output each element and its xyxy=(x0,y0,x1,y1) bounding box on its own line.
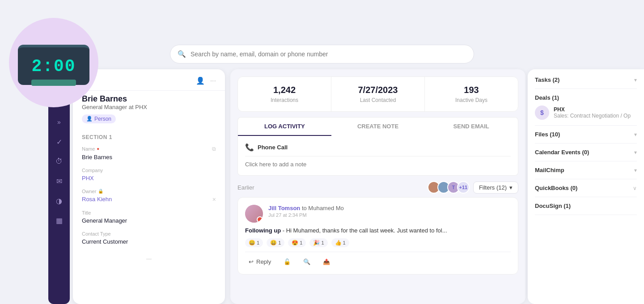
field-company-label: Company xyxy=(82,168,103,173)
more-icon[interactable]: ··· xyxy=(210,77,216,85)
sidebar-item-person[interactable]: 👤 xyxy=(51,75,67,91)
mailchimp-header[interactable]: MailChimp ▾ xyxy=(535,167,637,173)
sidebar-item-chart[interactable]: ◑ xyxy=(51,193,67,209)
stat-inactive-days-value: 193 xyxy=(432,85,511,95)
main-content: 1,242 Interactions 7/27/2023 Last Contac… xyxy=(230,69,525,304)
reaction-grin[interactable]: 😄 1 xyxy=(267,238,284,247)
tasks-header[interactable]: Tasks (2) ▾ xyxy=(535,76,637,83)
deal-card: $ PHX Sales: Contract Negotiation / Op xyxy=(535,106,637,120)
stat-interactions: 1,242 Interactions xyxy=(238,77,331,111)
reply-button[interactable]: ↩ Reply xyxy=(245,257,275,267)
share-icon: 📤 xyxy=(323,258,330,265)
reaction-party[interactable]: 🎉 1 xyxy=(309,238,327,247)
stat-interactions-label: Interactions xyxy=(245,97,324,103)
field-title-value: General Manager xyxy=(82,217,216,224)
calendar-title: Calendar Events (0) xyxy=(535,149,589,156)
tab-send-email[interactable]: SEND EMAIL xyxy=(424,118,518,136)
mailchimp-title: MailChimp xyxy=(535,167,564,173)
contact-header: st 👤 ··· xyxy=(73,69,225,91)
required-indicator: ● xyxy=(97,146,99,151)
email-from: Jill Tomson to Muhamed Mo xyxy=(268,205,511,211)
person-icon[interactable]: 👤 xyxy=(196,76,205,85)
emoji-smile: 😀 xyxy=(249,240,255,246)
right-section-calendar: Calendar Events (0) ▾ xyxy=(535,144,637,161)
collapse-btn[interactable]: — xyxy=(82,252,216,266)
docusign-title: DocuSign (1) xyxy=(535,203,571,209)
filters-btn[interactable]: Filters (12) ▾ xyxy=(473,182,518,194)
share-button[interactable]: 📤 xyxy=(319,257,334,267)
reply-label: Reply xyxy=(256,258,271,265)
files-header[interactable]: Files (10) ▾ xyxy=(535,131,637,138)
stat-interactions-value: 1,242 xyxy=(245,85,324,95)
deal-stage: Sales: Contract Negotiation / Op xyxy=(554,113,631,119)
tasks-arrow: ▾ xyxy=(634,77,637,83)
quickbooks-header[interactable]: QuickBooks (0) ∨ xyxy=(535,185,637,191)
lock-icon: 🔒 xyxy=(98,189,103,194)
field-title-label: Title xyxy=(82,210,91,215)
tab-log-activity[interactable]: LOG ACTIVITY xyxy=(238,118,331,136)
search-input[interactable] xyxy=(191,51,466,58)
field-name-value: Brie Barnes xyxy=(82,154,216,160)
field-company-group: Company PHX xyxy=(82,168,216,182)
field-title-group: Title General Manager xyxy=(82,210,216,224)
field-contact-type-value: Current Customer xyxy=(82,238,216,245)
activity-note-input[interactable] xyxy=(245,156,511,168)
tab-create-note[interactable]: CREATE NOTE xyxy=(331,118,425,136)
calendar-header[interactable]: Calendar Events (0) ▾ xyxy=(535,149,637,156)
right-section-mailchimp: MailChimp ▾ xyxy=(535,161,637,179)
field-name-label: Name xyxy=(82,146,95,152)
sidebar-item-bar[interactable]: ▦ xyxy=(51,212,67,228)
magnify-icon: 🔍 xyxy=(303,258,310,265)
emoji-thumbs-up: 👍 xyxy=(335,240,342,246)
quickbooks-title: QuickBooks (0) xyxy=(535,185,577,191)
activity-area: 📞 Phone Call xyxy=(237,136,518,176)
quickbooks-arrow: ∨ xyxy=(633,185,637,191)
field-company-value[interactable]: PHX xyxy=(82,175,216,182)
reply-icon: ↩ xyxy=(249,258,254,265)
sidebar-item-grid[interactable]: ⊞ xyxy=(51,94,67,110)
calendar-arrow: ▾ xyxy=(634,149,637,156)
sidebar-item-mail[interactable]: ✉ xyxy=(51,173,67,189)
chevron-down-icon: ▾ xyxy=(509,184,513,191)
owner-remove-btn[interactable]: × xyxy=(212,196,216,203)
filters-label: Filters (12) xyxy=(479,184,507,191)
stat-last-contacted: 7/27/2023 Last Contacted xyxy=(331,77,425,111)
emoji-party: 🎉 xyxy=(313,240,320,246)
email-actions: ↩ Reply 🔓 🔍 📤 xyxy=(245,252,511,267)
email-to: to Muhamed Mo xyxy=(302,205,344,211)
contact-role: General Manager at PHX xyxy=(82,104,216,110)
files-arrow: ▾ xyxy=(634,131,637,138)
phone-icon: 📞 xyxy=(245,143,254,152)
lock-button[interactable]: 🔓 xyxy=(280,257,294,267)
tasks-title: Tasks (2) xyxy=(535,76,559,83)
badge-icon: 👤 xyxy=(86,116,93,122)
docusign-header[interactable]: DocuSign (1) xyxy=(535,203,637,209)
search-email-button[interactable]: 🔍 xyxy=(300,257,314,267)
search-icon: 🔍 xyxy=(178,50,186,58)
unlock-icon: 🔓 xyxy=(284,258,291,265)
stat-inactive-days: 193 Inactive Days xyxy=(425,77,518,111)
email-subject: Following up - Hi Muhamed, thanks for th… xyxy=(245,227,511,234)
emoji-heart-eyes: 😍 xyxy=(292,240,298,246)
email-preview: - Hi Muhamed, thanks for the call last w… xyxy=(283,227,447,234)
copy-icon[interactable]: ⧉ xyxy=(212,146,216,152)
reaction-heart-eyes[interactable]: 😍 1 xyxy=(288,238,306,247)
field-owner-label: Owner xyxy=(82,189,96,194)
right-section-tasks: Tasks (2) ▾ xyxy=(535,76,637,89)
deals-header[interactable]: Deals (1) xyxy=(535,94,637,101)
emoji-grin: 😄 xyxy=(270,240,277,246)
field-contact-type-group: Contact Type Current Customer xyxy=(82,231,216,245)
activity-type-label: Phone Call xyxy=(258,144,288,151)
section-label: Section 1 xyxy=(82,134,216,140)
sidebar-item-check[interactable]: ✓ xyxy=(51,134,67,150)
search-bar[interactable]: 🔍 xyxy=(170,45,474,63)
sidebar-item-timer[interactable]: ⏱ xyxy=(51,153,67,169)
email-card: Jill Tomson to Muhamed Mo Jul 27 at 2:34… xyxy=(237,197,518,274)
sidebar-item-forward[interactable]: » xyxy=(51,114,67,130)
reaction-thumbs-up[interactable]: 👍 1 xyxy=(331,238,349,247)
email-header: Jill Tomson to Muhamed Mo Jul 27 at 2:34… xyxy=(245,205,511,223)
contact-back-link[interactable]: st xyxy=(82,77,87,84)
reaction-smile[interactable]: 😀 1 xyxy=(245,238,263,247)
field-name-group: Name ● ⧉ Brie Barnes xyxy=(82,146,216,160)
sender-avatar xyxy=(245,205,263,223)
